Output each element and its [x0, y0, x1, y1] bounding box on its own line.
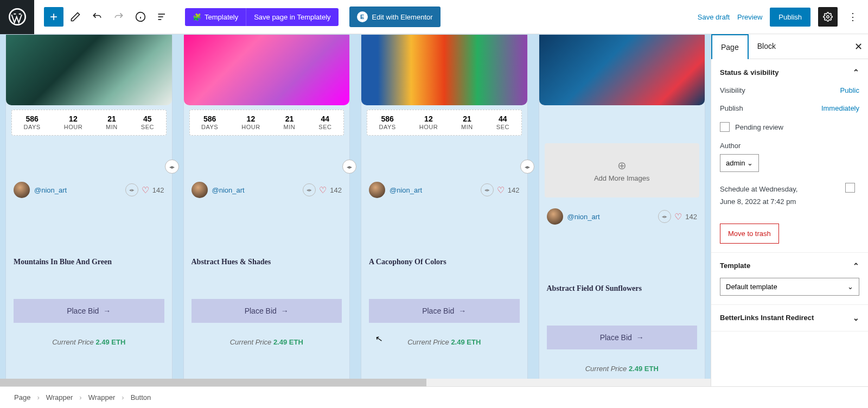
puzzle-icon: 🧩 — [193, 13, 201, 21]
move-to-trash-button[interactable]: Move to trash — [720, 224, 779, 244]
schedule-row: Schedule at Wednesday, June 8, 2022 at 7… — [720, 183, 859, 208]
publish-button[interactable]: Publish — [770, 8, 810, 27]
heart-icon[interactable]: ♡ — [674, 212, 682, 222]
expand-icon[interactable]: ◂▸ — [303, 183, 316, 196]
chevron-down-icon: ⌄ — [853, 314, 859, 322]
arrow-right-icon: → — [103, 307, 111, 315]
info-button[interactable] — [131, 7, 150, 27]
arrow-right-icon: → — [458, 307, 466, 315]
template-select[interactable]: Default template⌄ — [720, 278, 859, 296]
column-resize-handle[interactable]: ◂▸ — [342, 160, 356, 174]
close-sidebar-button[interactable]: ✕ — [854, 41, 863, 53]
chevron-up-icon: ⌃ — [853, 262, 859, 270]
avatar — [14, 182, 30, 198]
column-resize-handle[interactable]: ◂▸ — [520, 160, 534, 174]
wordpress-logo[interactable] — [0, 0, 34, 34]
nft-title: A Cacophony Of Colors — [361, 258, 527, 266]
top-toolbar: + 🧩Templately Save page in Templately EE… — [0, 0, 868, 34]
add-more-images[interactable]: ⊕Add More Images — [545, 143, 700, 197]
chevron-up-icon: ⌃ — [853, 68, 859, 76]
plus-circle-icon: ⊕ — [617, 159, 627, 172]
panel-heading[interactable]: Status & visibility⌃ — [720, 68, 859, 76]
status-visibility-panel: Status & visibility⌃ VisibilityPublic Pu… — [711, 59, 868, 253]
breadcrumb-item[interactable]: Page — [14, 393, 30, 401]
nft-card[interactable]: 586DAYS 12HOUR 21MIN 44SEC ◂▸ @nion_art … — [183, 34, 350, 386]
author-row: @nion_art ◂▸ ♡ 142 — [539, 208, 705, 225]
nft-card[interactable]: ⊕Add More Images @nion_art ◂▸ ♡ 142 Abst… — [539, 34, 706, 386]
add-block-button[interactable]: + — [44, 7, 63, 27]
place-bid-button[interactable]: Place Bid→ — [192, 299, 342, 323]
settings-button[interactable] — [818, 7, 838, 27]
main-area: 586DAYS 12HOUR 21MIN 45SEC ◂▸ @nion_art … — [0, 34, 868, 386]
save-draft-button[interactable]: Save draft — [698, 13, 730, 21]
price-row: Current Price 2.49 ETH — [184, 338, 350, 347]
visibility-value[interactable]: Public — [840, 86, 859, 94]
expand-icon[interactable]: ◂▸ — [125, 183, 138, 196]
author-handle[interactable]: @nion_art — [212, 186, 245, 194]
author-handle[interactable]: @nion_art — [390, 186, 422, 194]
editor-canvas[interactable]: 586DAYS 12HOUR 21MIN 45SEC ◂▸ @nion_art … — [0, 34, 711, 386]
more-menu-button[interactable]: ⋮ — [845, 7, 860, 27]
edit-icon[interactable] — [66, 7, 85, 27]
place-bid-button[interactable]: Place Bid→ — [369, 299, 520, 323]
outline-button[interactable] — [152, 7, 172, 27]
checkbox-icon — [720, 122, 730, 132]
nft-image — [184, 35, 350, 105]
place-bid-button[interactable]: Place Bid→ — [547, 326, 698, 349]
horizontal-scrollbar[interactable] — [0, 379, 711, 386]
column-resize-handle[interactable]: ◂▸ — [165, 160, 179, 174]
breadcrumb: Page› Wrapper› Wrapper› Button — [0, 386, 868, 408]
avatar — [192, 182, 208, 198]
avatar — [369, 182, 385, 198]
expand-icon[interactable]: ◂▸ — [481, 183, 494, 196]
heart-icon[interactable]: ♡ — [497, 185, 505, 195]
tab-block[interactable]: Block — [749, 34, 784, 59]
toolbar-left-group: + — [34, 7, 172, 27]
author-select[interactable]: admin⌄ — [720, 154, 759, 172]
breadcrumb-item[interactable]: Wrapper — [46, 393, 73, 401]
author-row: @nion_art ◂▸ ♡ 142 — [361, 182, 527, 198]
svg-point-7 — [827, 16, 829, 18]
countdown-timer: 586DAYS 12HOUR 21MIN 45SEC — [11, 110, 167, 136]
pending-review-checkbox[interactable]: Pending review — [720, 122, 859, 132]
wordpress-icon — [9, 8, 26, 25]
settings-sidebar: Page Block ✕ Status & visibility⌃ Visibi… — [711, 34, 868, 386]
undo-button[interactable] — [87, 7, 107, 27]
countdown-timer: 586DAYS 12HOUR 21MIN 44SEC — [367, 110, 522, 136]
preview-button[interactable]: Preview — [737, 13, 762, 21]
like-count: 142 — [152, 186, 164, 194]
toolbar-right-group: Save draft Preview Publish ⋮ — [698, 7, 868, 27]
like-count: 142 — [508, 186, 520, 194]
redo-button[interactable] — [109, 7, 129, 27]
templately-group: 🧩Templately Save page in Templately — [185, 8, 339, 26]
tab-page[interactable]: Page — [711, 34, 749, 59]
publish-value[interactable]: Immediately — [821, 104, 859, 112]
panel-heading[interactable]: Template⌃ — [720, 262, 859, 270]
visibility-row: VisibilityPublic — [720, 86, 859, 94]
author-row: @nion_art ◂▸ ♡ 142 — [184, 182, 350, 198]
heart-icon[interactable]: ♡ — [319, 185, 327, 195]
arrow-right-icon: → — [281, 307, 289, 315]
nft-card[interactable]: 586DAYS 12HOUR 21MIN 45SEC ◂▸ @nion_art … — [5, 34, 173, 386]
templately-button[interactable]: 🧩Templately — [185, 8, 246, 26]
chevron-down-icon: ⌄ — [847, 283, 853, 291]
breadcrumb-item[interactable]: Wrapper — [88, 393, 116, 401]
scrollbar-thumb[interactable] — [0, 379, 426, 386]
place-bid-button[interactable]: Place Bid→ — [14, 299, 164, 323]
save-templately-button[interactable]: Save page in Templately — [246, 8, 338, 26]
panel-heading[interactable]: BetterLinks Instant Redirect⌄ — [720, 314, 859, 322]
price-row: Current Price 2.49 ETH — [539, 365, 705, 373]
heart-icon[interactable]: ♡ — [142, 185, 149, 195]
expand-icon[interactable]: ◂▸ — [658, 210, 671, 223]
elementor-icon: E — [357, 11, 368, 22]
breadcrumb-item[interactable]: Button — [131, 393, 151, 401]
edit-elementor-button[interactable]: EEdit with Elementor — [349, 7, 441, 27]
nft-image — [361, 35, 527, 105]
author-handle[interactable]: @nion_art — [567, 213, 600, 221]
sidebar-tabs: Page Block ✕ — [711, 34, 868, 59]
nft-card[interactable]: 586DAYS 12HOUR 21MIN 44SEC ◂▸ @nion_art … — [361, 34, 528, 386]
canvas-row: 586DAYS 12HOUR 21MIN 45SEC ◂▸ @nion_art … — [5, 34, 705, 386]
author-handle[interactable]: @nion_art — [34, 186, 67, 194]
countdown-timer: 586DAYS 12HOUR 21MIN 44SEC — [189, 110, 344, 136]
checkbox-icon[interactable] — [845, 183, 855, 193]
